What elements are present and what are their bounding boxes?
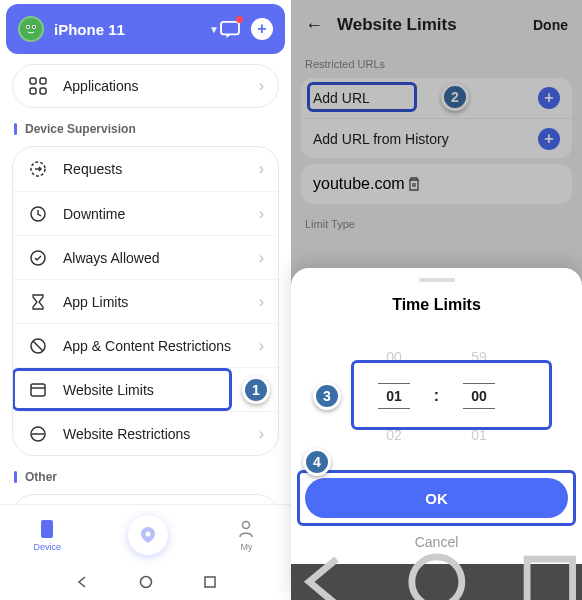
svg-rect-5 [30, 78, 36, 84]
chat-icon[interactable] [219, 18, 241, 40]
chevron-right-icon: › [259, 293, 264, 311]
nav-my[interactable]: My [235, 518, 257, 552]
hours-selected[interactable]: 01 [378, 383, 410, 409]
check-shield-icon [27, 247, 49, 269]
menu-requests[interactable]: Requests › [13, 147, 278, 191]
home-icon[interactable] [405, 550, 469, 600]
svg-point-23 [411, 557, 461, 600]
step-badge-1: 1 [242, 376, 270, 404]
sheet-title: Time Limits [305, 296, 568, 314]
menu-check-updates[interactable]: Check Updates › [12, 494, 279, 504]
block-icon [27, 423, 49, 445]
notification-dot [236, 16, 243, 23]
device-name[interactable]: iPhone 11 [54, 21, 203, 38]
time-picker[interactable]: 00 01 02 : 59 00 01 3 [305, 336, 568, 456]
svg-point-3 [33, 26, 35, 28]
device-header: iPhone 11 ▼ + [6, 4, 285, 54]
svg-point-20 [243, 521, 250, 528]
hourglass-icon [27, 291, 49, 313]
requests-icon [27, 158, 49, 180]
svg-point-21 [140, 577, 151, 588]
svg-rect-6 [40, 78, 46, 84]
menu-app-limits[interactable]: App Limits › [13, 279, 278, 323]
chevron-right-icon: › [259, 77, 264, 95]
chevron-right-icon: › [259, 160, 264, 178]
system-nav-right [291, 564, 582, 600]
chevron-right-icon: › [259, 249, 264, 267]
recents-icon[interactable] [518, 550, 582, 600]
nav-location[interactable] [128, 515, 168, 555]
device-avatar [18, 16, 44, 42]
minutes-selected[interactable]: 00 [463, 383, 495, 409]
recents-icon[interactable] [203, 575, 217, 589]
add-device-button[interactable]: + [251, 18, 273, 40]
svg-rect-4 [221, 22, 239, 35]
nav-device[interactable]: Device [34, 518, 62, 552]
menu-app-content[interactable]: App & Content Restrictions › [13, 323, 278, 367]
device-dropdown-icon[interactable]: ▼ [209, 24, 219, 35]
svg-point-19 [146, 531, 151, 536]
svg-rect-24 [527, 559, 572, 600]
menu-applications[interactable]: Applications › [12, 64, 279, 108]
back-icon[interactable] [291, 550, 355, 600]
menu-website-limits[interactable]: Website Limits › 1 [13, 367, 278, 411]
chevron-right-icon: › [259, 337, 264, 355]
svg-rect-7 [30, 88, 36, 94]
back-icon[interactable] [75, 575, 89, 589]
menu-website-restrictions[interactable]: Website Restrictions › [13, 411, 278, 455]
step-badge-4: 4 [303, 448, 331, 476]
person-icon [235, 518, 257, 540]
time-limits-sheet: Time Limits 00 01 02 : 59 00 01 3 OK [291, 268, 582, 600]
chevron-right-icon: › [259, 425, 264, 443]
section-supervision: Device Supervision [14, 122, 279, 136]
step-badge-3: 3 [313, 382, 341, 410]
system-nav-left [0, 564, 291, 600]
svg-rect-13 [31, 384, 45, 396]
restriction-icon [27, 335, 49, 357]
clock-icon [27, 203, 49, 225]
menu-downtime[interactable]: Downtime › [13, 191, 278, 235]
menu-always-allowed[interactable]: Always Allowed › [13, 235, 278, 279]
svg-rect-18 [41, 520, 53, 538]
browser-icon [27, 379, 49, 401]
menu-label: Applications [63, 78, 259, 94]
svg-point-2 [27, 26, 29, 28]
home-icon[interactable] [139, 575, 153, 589]
ok-button[interactable]: OK [305, 478, 568, 518]
section-other: Other [14, 470, 279, 484]
svg-rect-8 [40, 88, 46, 94]
bottom-nav: Device My [0, 504, 291, 564]
device-icon [36, 518, 58, 540]
sheet-handle[interactable] [419, 278, 455, 282]
svg-rect-22 [205, 577, 215, 587]
grid-icon [27, 75, 49, 97]
chevron-right-icon: › [259, 205, 264, 223]
